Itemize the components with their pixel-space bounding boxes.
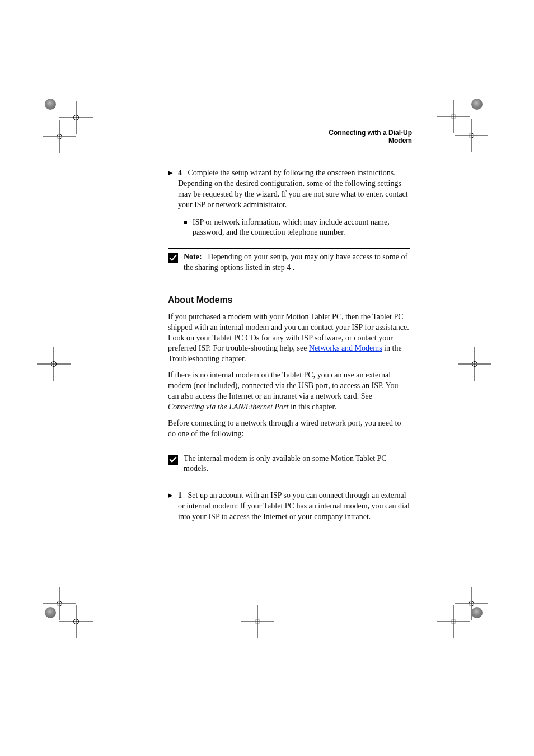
note-2-body: The internal modem is only available on … (184, 454, 410, 475)
running-head-line2: Modem (329, 137, 412, 144)
registration-disc-bottom-left (45, 607, 78, 641)
registration-disc-bottom-right (471, 607, 505, 641)
about-p2-pre: If there is no internal modem on the Tab… (168, 371, 398, 400)
checkmark-icon (168, 455, 178, 465)
registration-cross-bottom-right (437, 605, 470, 638)
bullet-icon (184, 221, 187, 224)
registration-cross-top-left-2 (43, 120, 76, 153)
registration-cross-mid-left (37, 347, 71, 381)
registration-cross-top-right-2 (455, 119, 488, 152)
step-4-text: Complete the setup wizard by following t… (178, 169, 408, 209)
registration-cross-bottom-center (241, 605, 274, 638)
step-number: 4 (178, 169, 182, 177)
running-head-line1: Connecting with a Dial-Up (329, 129, 412, 137)
step-4: ▶ 4 Complete the setup wizard by followi… (168, 168, 410, 211)
network-step-text: Set up an account with an ISP so you can… (178, 491, 410, 521)
step-marker-icon: ▶ (168, 491, 172, 522)
step-marker-icon: ▶ (168, 168, 172, 211)
about-p2-post: in this chapter. (291, 403, 336, 411)
note-box-2: The internal modem is only available on … (168, 450, 410, 481)
note-1-body-post: . (293, 263, 295, 272)
note-label: Note: (184, 253, 202, 261)
running-head: Connecting with a Dial-Up Modem (329, 129, 412, 144)
about-modems-body: If you purchased a modem with your Motio… (168, 312, 410, 440)
registration-cross-mid-right (458, 347, 491, 381)
network-step-number: 1 (178, 491, 182, 500)
step-4-bullet-1: ISP or network information, which may in… (184, 217, 410, 239)
about-p2-em: Connecting via the LAN/Ethernet Port (168, 403, 288, 411)
about-p3: Before connecting to a network through a… (168, 418, 410, 440)
note-box-1: Note: Depending on your setup, you may o… (168, 248, 410, 279)
link-networks-and-modems[interactable]: Networks and Modems (309, 344, 382, 352)
page-content: ▶ 4 Complete the setup wizard by followi… (168, 168, 410, 529)
network-step-1: ▶ 1 Set up an account with an ISP so you… (168, 491, 410, 522)
heading-about-modems: About Modems (168, 294, 410, 306)
note-1-body-pre: Depending on your setup, you may only ha… (184, 253, 407, 272)
checkmark-icon (168, 253, 178, 263)
note-1-body-ref: 4 (287, 263, 291, 272)
step-4-bullet-1-text: ISP or network information, which may in… (193, 217, 410, 239)
